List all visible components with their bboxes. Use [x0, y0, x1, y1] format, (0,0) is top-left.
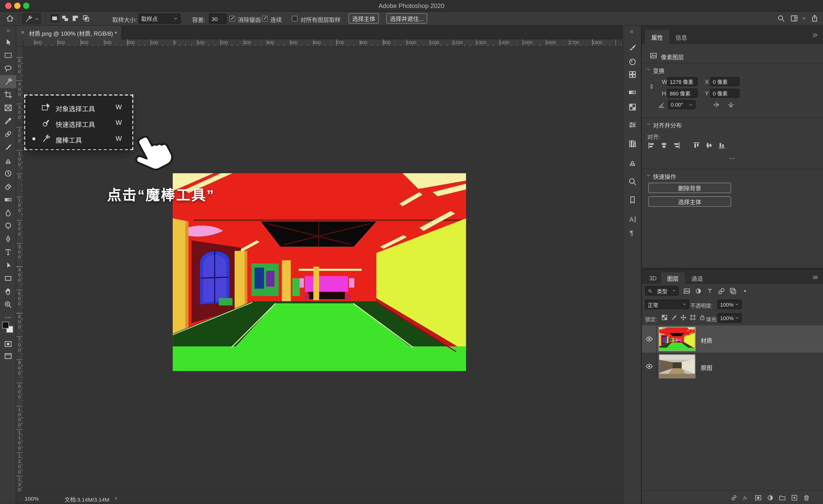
tab-info[interactable]: 信息 [669, 30, 693, 44]
foreground-color-swatch[interactable] [2, 322, 9, 329]
filter-shape-icon[interactable] [717, 287, 725, 295]
flip-horizontal-icon[interactable] [712, 101, 720, 109]
layer-visibility-icon[interactable] [645, 362, 654, 370]
lasso-tool[interactable] [0, 62, 16, 75]
select-and-mask-button[interactable]: 选择并遮住... [386, 13, 427, 24]
flyout-item-quick-selection-tool[interactable]: 快速选择工具 W [28, 116, 130, 130]
intersect-selection-icon[interactable] [82, 14, 91, 23]
color-panel-icon[interactable] [628, 57, 637, 66]
sample-size-select[interactable]: 取样点 [139, 14, 181, 24]
align-right-icon[interactable] [672, 141, 681, 150]
select-subject-button[interactable]: 选择主体 [349, 13, 379, 24]
x-field[interactable]: 0 像素 [710, 77, 739, 86]
search-icon[interactable] [777, 14, 785, 23]
layer-thumbnail[interactable] [659, 327, 695, 351]
lock-all-icon[interactable] [699, 314, 706, 321]
move-tool[interactable] [0, 36, 16, 49]
clone-stamp-tool[interactable] [0, 154, 16, 167]
clone-source-panel-icon[interactable] [628, 157, 637, 167]
swatches-panel-icon[interactable] [628, 70, 637, 79]
layer-name[interactable]: 材质 [701, 336, 712, 344]
canvas-image[interactable] [173, 173, 466, 371]
rectangular-marquee-tool[interactable] [0, 49, 16, 62]
adjustments-panel-icon[interactable] [628, 120, 637, 130]
layer-name[interactable]: 原图 [701, 363, 712, 372]
flyout-item-magic-wand-tool[interactable]: 魔棒工具 W [28, 131, 130, 146]
add-to-selection-icon[interactable] [61, 14, 69, 23]
layer-visibility-icon[interactable] [645, 335, 654, 343]
new-layer-icon[interactable] [791, 494, 798, 502]
flyout-item-object-selection-tool[interactable]: 对象选择工具 W [28, 100, 130, 115]
layer-visibility-cell[interactable] [642, 325, 657, 353]
opacity-input[interactable]: 100% [717, 300, 742, 309]
share-icon[interactable] [810, 14, 819, 23]
anti-alias-checkbox[interactable] [229, 16, 235, 21]
zoom-level[interactable]: 100% [25, 495, 38, 502]
history-brush-tool[interactable] [0, 167, 16, 180]
brush-tool[interactable] [0, 141, 16, 154]
angle-field[interactable]: 0.00° [668, 100, 695, 109]
layer-row-material[interactable]: 材质 [642, 325, 823, 353]
filter-smart-object-icon[interactable] [729, 287, 737, 295]
height-field[interactable]: 860 像素 [667, 89, 697, 98]
layer-row-original[interactable]: 原图 [642, 353, 823, 380]
adjustment-layer-icon[interactable] [766, 494, 774, 502]
learn-panel-icon[interactable] [628, 177, 637, 186]
new-group-icon[interactable] [778, 494, 786, 502]
gradients-panel-icon[interactable] [628, 88, 637, 97]
filter-toggle-icon[interactable] [743, 289, 748, 294]
link-dimensions-icon[interactable] [648, 78, 655, 95]
align-center-vertical-icon[interactable] [705, 141, 713, 150]
expand-panels-icon[interactable] [628, 29, 635, 35]
edit-toolbar-icon[interactable] [4, 314, 13, 321]
magic-wand-tool[interactable] [0, 75, 16, 88]
add-mask-icon[interactable] [754, 494, 762, 502]
lock-transparency-icon[interactable] [661, 314, 668, 321]
chevron-down-icon[interactable] [802, 16, 807, 21]
lock-pixels-icon[interactable] [670, 314, 677, 321]
toolbar-collapse-icon[interactable] [4, 28, 11, 33]
actions-panel-icon[interactable] [628, 195, 637, 205]
blur-tool[interactable] [0, 206, 16, 219]
screen-mode-icon[interactable] [4, 352, 13, 361]
eraser-tool[interactable] [0, 180, 16, 193]
ruler-origin[interactable] [16, 39, 23, 46]
more-options-icon[interactable] [728, 155, 736, 162]
section-caret-icon[interactable] [646, 173, 651, 178]
libraries-panel-icon[interactable] [628, 139, 637, 149]
sample-all-layers-checkbox[interactable] [292, 16, 298, 21]
collapse-panels-icon[interactable] [811, 32, 818, 39]
lock-position-icon[interactable] [680, 314, 687, 321]
dodge-tool[interactable] [0, 219, 16, 232]
workspace-switcher-icon[interactable] [790, 14, 798, 23]
ruler-horizontal[interactable]: 6005004003002001000100200300400500600700… [24, 39, 623, 46]
hand-tool[interactable] [0, 285, 16, 298]
filter-pixel-icon[interactable] [683, 287, 691, 295]
type-tool[interactable] [0, 245, 16, 259]
layer-thumbnail[interactable] [659, 354, 695, 378]
tab-channels[interactable]: 通道 [685, 272, 709, 284]
layer-filter-select[interactable]: 类型 [645, 286, 679, 296]
align-top-icon[interactable] [692, 141, 701, 150]
filter-adjustment-icon[interactable] [694, 287, 702, 295]
remove-background-button[interactable]: 删除背景 [648, 183, 731, 193]
layer-effects-icon[interactable]: fx [742, 494, 750, 502]
crop-tool[interactable] [0, 88, 16, 101]
ruler-vertical[interactable]: 5004003002001000100200300400500600700800… [16, 47, 23, 504]
fill-input[interactable]: 100% [717, 313, 742, 323]
gradient-tool[interactable] [0, 193, 16, 206]
align-bottom-icon[interactable] [717, 141, 726, 150]
paragraph-panel-icon[interactable]: ¶ [628, 228, 637, 237]
tab-properties[interactable]: 属性 [645, 30, 669, 44]
status-expand-icon[interactable] [114, 496, 119, 501]
lock-artboard-icon[interactable] [689, 314, 696, 321]
align-center-horizontal-icon[interactable] [660, 141, 668, 150]
link-layers-icon[interactable] [730, 494, 738, 502]
quick-mask-icon[interactable] [4, 340, 13, 349]
blend-mode-select[interactable]: 正常 [645, 300, 689, 309]
layer-visibility-cell[interactable] [642, 353, 657, 380]
close-tab-icon[interactable]: × [21, 29, 24, 35]
patterns-panel-icon[interactable] [628, 103, 637, 112]
filter-type-icon[interactable] [706, 287, 714, 295]
contiguous-checkbox[interactable] [262, 16, 268, 21]
